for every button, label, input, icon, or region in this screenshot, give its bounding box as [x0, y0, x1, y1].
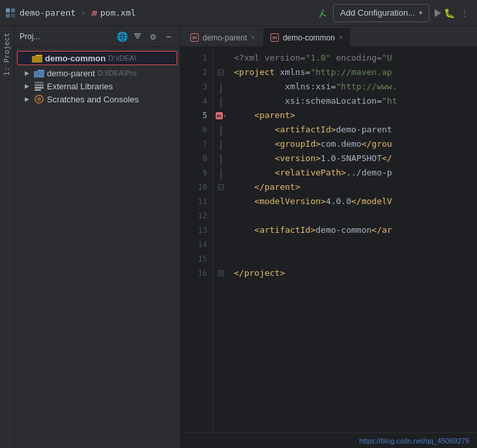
debug-button[interactable]: 🐛	[444, 8, 455, 18]
gutter-13	[213, 223, 229, 237]
svg-rect-0	[6, 8, 10, 12]
code-line-15	[234, 252, 477, 266]
demo-common-path: D:\IDEA\	[108, 54, 136, 62]
maven-gutter-icon-5: m	[216, 112, 223, 119]
tab-label-demo-common: demo-common	[283, 33, 335, 42]
demo-common-label: demo-common	[45, 53, 106, 63]
line-num-13: 13	[198, 223, 207, 237]
tab-file-icon-demo-common: m	[270, 33, 279, 42]
scratches-icon	[34, 94, 44, 104]
gutter-8: |	[213, 151, 229, 166]
scratches-label: Scratches and Consoles	[47, 95, 139, 104]
project-tab-label[interactable]: 1: Project	[1, 29, 12, 80]
demo-parent-label: demo-parent	[47, 68, 95, 78]
dropdown-arrow-icon: ▾	[419, 9, 422, 16]
line-num-15: 15	[198, 252, 207, 266]
gutter-4: |	[213, 94, 229, 108]
tab-close-demo-common[interactable]: ×	[339, 34, 343, 41]
project-name-text: demo-parent	[20, 8, 76, 18]
line-num-16: 16	[198, 266, 207, 280]
code-line-13: <artifactId>demo-common</ar	[234, 223, 477, 237]
code-line-1: <?xml version="1.0" encoding="U	[234, 51, 477, 65]
code-line-11: <modelVersion>4.0.0</modelV	[234, 194, 477, 209]
gutter-fold-2[interactable]	[213, 65, 229, 80]
code-editor[interactable]: 1 2 3 4 5 6 7 8 9 10 11 12 13 14 15 16	[181, 47, 477, 432]
editor-tabs: m demo-parent × m demo-common ×	[181, 26, 477, 47]
gutter-14	[213, 237, 229, 252]
ext-lib-icon	[34, 81, 44, 91]
editor-area: m demo-parent × m demo-common × 1 2 3 4 …	[181, 26, 477, 448]
code-line-10: </parent>	[234, 180, 477, 194]
tab-demo-common[interactable]: m demo-common ×	[263, 28, 350, 46]
svg-rect-7	[35, 82, 44, 83]
project-tree: demo-common D:\IDEA\ ▶ demo-parent D:\ID…	[14, 47, 180, 448]
settings-icon[interactable]: ⚙	[147, 31, 159, 42]
gutter-7: |	[213, 137, 229, 151]
svg-point-12	[37, 97, 41, 101]
project-icon	[5, 8, 16, 18]
code-content[interactable]: <?xml version="1.0" encoding="U <project…	[229, 47, 477, 432]
filter-icon[interactable]	[132, 31, 143, 42]
line-num-12: 12	[198, 209, 207, 223]
svg-rect-3	[11, 14, 15, 18]
gutter-1	[213, 51, 229, 65]
code-gutter: | | m ↑ | | | |	[213, 47, 229, 432]
line-num-6: 6	[203, 123, 207, 137]
add-config-label: Add Configuration...	[340, 8, 415, 18]
gutter-fold-16[interactable]	[213, 266, 229, 280]
code-line-14	[234, 237, 477, 252]
sidebar-tab-strip: 1: Project	[0, 26, 14, 448]
gutter-6: |	[213, 123, 229, 137]
svg-rect-2	[6, 14, 10, 18]
title-bar: demo-parent › m pom.xml Add Configuratio…	[0, 0, 477, 26]
gutter-5[interactable]: m ↑	[213, 108, 229, 123]
line-num-10: 10	[198, 180, 207, 194]
svg-rect-10	[35, 89, 41, 91]
code-line-12	[234, 209, 477, 223]
tree-item-demo-parent[interactable]: ▶ demo-parent D:\IDEA\Pro	[14, 67, 180, 80]
code-line-5: <parent>	[234, 108, 477, 123]
run-controls: 🐛 ⋮	[435, 8, 472, 18]
gutter-15	[213, 252, 229, 266]
more-actions-button[interactable]: ⋮	[457, 8, 472, 18]
add-configuration-button[interactable]: Add Configuration... ▾	[333, 4, 429, 22]
gutter-9: |	[213, 166, 229, 180]
build-icon[interactable]	[316, 7, 328, 19]
title-bar-left: demo-parent › m pom.xml	[5, 8, 311, 18]
line-num-11: 11	[198, 194, 207, 209]
tree-item-external-libraries[interactable]: ▶ External Libraries	[14, 80, 180, 93]
line-num-7: 7	[203, 137, 207, 151]
breadcrumb-separator: ›	[81, 8, 86, 18]
project-panel-header: Proj... 🌐 ⚙ −	[14, 26, 180, 47]
main-area: 1: Project Proj... 🌐 ⚙ −	[0, 26, 477, 448]
code-line-4: xsi:schemaLocation="ht	[234, 94, 477, 108]
code-line-3: xmlns:xsi="http://www.	[234, 80, 477, 94]
svg-rect-9	[35, 87, 44, 89]
code-line-6: <artifactId>demo-parent	[234, 123, 477, 137]
status-bar: https://blog.csdn.net/qq_45069279	[181, 432, 477, 448]
tree-item-scratches[interactable]: ▶ Scratches and Consoles	[14, 93, 180, 106]
code-line-9: <relativePath>../demo-p	[234, 166, 477, 180]
code-line-8: <version>1.0-SNAPSHOT</	[234, 151, 477, 166]
gutter-fold-10[interactable]	[213, 180, 229, 194]
panel-title: Proj...	[20, 32, 112, 41]
folder-icon-demo-parent	[34, 68, 44, 78]
svg-rect-8	[35, 84, 44, 86]
run-button[interactable]	[435, 9, 441, 17]
tree-arrow-demo-parent: ▶	[25, 70, 34, 76]
minimize-icon[interactable]: −	[163, 31, 175, 42]
tab-file-icon-demo-parent: m	[190, 33, 199, 42]
line-num-9: 9	[203, 166, 207, 180]
tree-arrow-ext-lib: ▶	[25, 83, 34, 89]
scope-icon[interactable]: 🌐	[116, 31, 128, 42]
code-line-7: <groupId>com.demo</grou	[234, 137, 477, 151]
line-numbers: 1 2 3 4 5 6 7 8 9 10 11 12 13 14 15 16	[181, 47, 213, 432]
svg-rect-1	[11, 8, 15, 12]
tab-demo-parent[interactable]: m demo-parent ×	[183, 28, 262, 46]
gutter-12	[213, 209, 229, 223]
code-line-16: </project>	[234, 266, 477, 280]
tab-close-demo-parent[interactable]: ×	[251, 34, 255, 41]
line-num-1: 1	[203, 51, 207, 65]
tree-item-demo-common[interactable]: demo-common D:\IDEA\	[17, 51, 177, 65]
status-link[interactable]: https://blog.csdn.net/qq_45069279	[359, 437, 469, 445]
